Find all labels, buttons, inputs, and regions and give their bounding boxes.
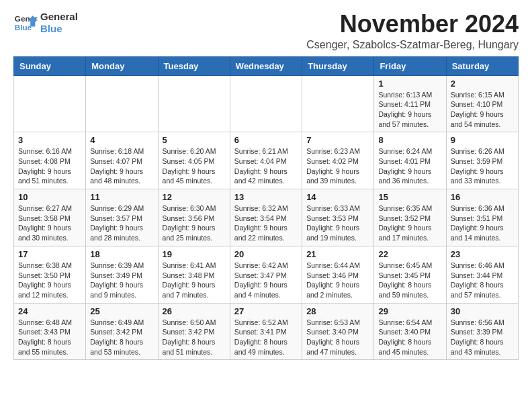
logo-icon: General Blue xyxy=(13,11,38,35)
day-number: 30 xyxy=(451,306,514,316)
day-number: 8 xyxy=(378,135,441,145)
day-number: 4 xyxy=(90,135,153,145)
day-number: 10 xyxy=(18,192,81,202)
header-day-monday: Monday xyxy=(86,56,158,75)
day-info: Sunrise: 6:26 AM Sunset: 3:59 PM Dayligh… xyxy=(451,146,514,186)
calendar-week-3: 10Sunrise: 6:27 AM Sunset: 3:58 PM Dayli… xyxy=(14,189,519,246)
calendar-cell: 10Sunrise: 6:27 AM Sunset: 3:58 PM Dayli… xyxy=(14,189,86,246)
day-number: 12 xyxy=(163,192,226,202)
header-day-saturday: Saturday xyxy=(446,56,518,75)
day-info: Sunrise: 6:56 AM Sunset: 3:39 PM Dayligh… xyxy=(451,318,514,357)
day-info: Sunrise: 6:45 AM Sunset: 3:45 PM Dayligh… xyxy=(378,261,441,300)
day-info: Sunrise: 6:32 AM Sunset: 3:54 PM Dayligh… xyxy=(234,203,298,243)
calendar-week-1: 1Sunrise: 6:13 AM Sunset: 4:11 PM Daylig… xyxy=(14,75,519,132)
title-area: November 2024 Csenger, Szabolcs-Szatmar-… xyxy=(306,11,519,51)
calendar-table: SundayMondayTuesdayWednesdayThursdayFrid… xyxy=(13,56,519,361)
day-number: 14 xyxy=(306,192,369,202)
day-info: Sunrise: 6:38 AM Sunset: 3:50 PM Dayligh… xyxy=(18,261,81,300)
day-info: Sunrise: 6:27 AM Sunset: 3:58 PM Dayligh… xyxy=(18,203,81,243)
calendar-cell: 15Sunrise: 6:35 AM Sunset: 3:52 PM Dayli… xyxy=(374,189,446,246)
day-number: 6 xyxy=(234,135,298,145)
day-number: 27 xyxy=(234,306,298,316)
logo-general: General xyxy=(40,11,78,23)
calendar-cell xyxy=(14,75,86,132)
day-info: Sunrise: 6:33 AM Sunset: 3:53 PM Dayligh… xyxy=(306,203,369,243)
day-number: 11 xyxy=(90,192,153,202)
day-info: Sunrise: 6:16 AM Sunset: 4:08 PM Dayligh… xyxy=(18,146,81,186)
day-number: 7 xyxy=(306,135,369,145)
day-number: 28 xyxy=(306,306,369,316)
calendar-cell xyxy=(302,75,374,132)
day-info: Sunrise: 6:29 AM Sunset: 3:57 PM Dayligh… xyxy=(90,203,153,243)
day-number: 19 xyxy=(163,249,226,259)
calendar-body: 1Sunrise: 6:13 AM Sunset: 4:11 PM Daylig… xyxy=(14,75,519,360)
calendar-cell: 7Sunrise: 6:23 AM Sunset: 4:02 PM Daylig… xyxy=(302,132,374,189)
header-day-tuesday: Tuesday xyxy=(158,56,230,75)
header-day-sunday: Sunday xyxy=(14,56,86,75)
calendar-cell xyxy=(230,75,302,132)
day-info: Sunrise: 6:49 AM Sunset: 3:42 PM Dayligh… xyxy=(90,318,153,357)
calendar-cell: 23Sunrise: 6:46 AM Sunset: 3:44 PM Dayli… xyxy=(446,246,518,303)
logo: General Blue General Blue xyxy=(13,11,78,35)
day-number: 21 xyxy=(306,249,369,259)
calendar-cell: 16Sunrise: 6:36 AM Sunset: 3:51 PM Dayli… xyxy=(446,189,518,246)
day-info: Sunrise: 6:21 AM Sunset: 4:04 PM Dayligh… xyxy=(234,146,298,186)
day-number: 18 xyxy=(90,249,153,259)
calendar-cell: 21Sunrise: 6:44 AM Sunset: 3:46 PM Dayli… xyxy=(302,246,374,303)
header-day-wednesday: Wednesday xyxy=(230,56,302,75)
calendar-cell: 9Sunrise: 6:26 AM Sunset: 3:59 PM Daylig… xyxy=(446,132,518,189)
day-info: Sunrise: 6:15 AM Sunset: 4:10 PM Dayligh… xyxy=(451,90,514,130)
day-number: 15 xyxy=(378,192,441,202)
header-day-friday: Friday xyxy=(374,56,446,75)
day-info: Sunrise: 6:41 AM Sunset: 3:48 PM Dayligh… xyxy=(163,261,226,300)
day-number: 13 xyxy=(234,192,298,202)
day-number: 9 xyxy=(451,135,514,145)
calendar-cell: 27Sunrise: 6:52 AM Sunset: 3:41 PM Dayli… xyxy=(230,303,302,360)
page-header: General Blue General Blue November 2024 … xyxy=(13,11,519,51)
calendar-cell: 5Sunrise: 6:20 AM Sunset: 4:05 PM Daylig… xyxy=(158,132,230,189)
calendar-cell: 18Sunrise: 6:39 AM Sunset: 3:49 PM Dayli… xyxy=(86,246,158,303)
day-info: Sunrise: 6:54 AM Sunset: 3:40 PM Dayligh… xyxy=(378,318,441,357)
day-info: Sunrise: 6:39 AM Sunset: 3:49 PM Dayligh… xyxy=(90,261,153,300)
day-info: Sunrise: 6:20 AM Sunset: 4:05 PM Dayligh… xyxy=(163,146,226,186)
header-day-thursday: Thursday xyxy=(302,56,374,75)
day-info: Sunrise: 6:24 AM Sunset: 4:01 PM Dayligh… xyxy=(378,146,441,186)
day-number: 2 xyxy=(451,79,514,89)
calendar-cell: 13Sunrise: 6:32 AM Sunset: 3:54 PM Dayli… xyxy=(230,189,302,246)
logo-blue: Blue xyxy=(40,23,78,35)
calendar-cell: 26Sunrise: 6:50 AM Sunset: 3:42 PM Dayli… xyxy=(158,303,230,360)
day-info: Sunrise: 6:36 AM Sunset: 3:51 PM Dayligh… xyxy=(451,203,514,243)
calendar-cell: 14Sunrise: 6:33 AM Sunset: 3:53 PM Dayli… xyxy=(302,189,374,246)
day-info: Sunrise: 6:13 AM Sunset: 4:11 PM Dayligh… xyxy=(378,90,441,130)
day-info: Sunrise: 6:50 AM Sunset: 3:42 PM Dayligh… xyxy=(163,318,226,357)
calendar-week-4: 17Sunrise: 6:38 AM Sunset: 3:50 PM Dayli… xyxy=(14,246,519,303)
calendar-cell: 24Sunrise: 6:48 AM Sunset: 3:43 PM Dayli… xyxy=(14,303,86,360)
calendar-cell: 1Sunrise: 6:13 AM Sunset: 4:11 PM Daylig… xyxy=(374,75,446,132)
day-number: 24 xyxy=(18,306,81,316)
day-number: 22 xyxy=(378,249,441,259)
calendar-cell: 4Sunrise: 6:18 AM Sunset: 4:07 PM Daylig… xyxy=(86,132,158,189)
day-info: Sunrise: 6:18 AM Sunset: 4:07 PM Dayligh… xyxy=(90,146,153,186)
calendar-cell: 19Sunrise: 6:41 AM Sunset: 3:48 PM Dayli… xyxy=(158,246,230,303)
page-subtitle: Csenger, Szabolcs-Szatmar-Bereg, Hungary xyxy=(306,39,519,51)
calendar-cell xyxy=(158,75,230,132)
calendar-cell: 2Sunrise: 6:15 AM Sunset: 4:10 PM Daylig… xyxy=(446,75,518,132)
day-number: 3 xyxy=(18,135,81,145)
day-number: 20 xyxy=(234,249,298,259)
calendar-cell: 30Sunrise: 6:56 AM Sunset: 3:39 PM Dayli… xyxy=(446,303,518,360)
calendar-cell xyxy=(86,75,158,132)
day-number: 16 xyxy=(451,192,514,202)
calendar-cell: 20Sunrise: 6:42 AM Sunset: 3:47 PM Dayli… xyxy=(230,246,302,303)
calendar-cell: 11Sunrise: 6:29 AM Sunset: 3:57 PM Dayli… xyxy=(86,189,158,246)
calendar-cell: 8Sunrise: 6:24 AM Sunset: 4:01 PM Daylig… xyxy=(374,132,446,189)
day-number: 26 xyxy=(163,306,226,316)
day-number: 17 xyxy=(18,249,81,259)
calendar-week-5: 24Sunrise: 6:48 AM Sunset: 3:43 PM Dayli… xyxy=(14,303,519,360)
calendar-cell: 25Sunrise: 6:49 AM Sunset: 3:42 PM Dayli… xyxy=(86,303,158,360)
page-title: November 2024 xyxy=(306,11,519,38)
calendar-cell: 28Sunrise: 6:53 AM Sunset: 3:40 PM Dayli… xyxy=(302,303,374,360)
day-info: Sunrise: 6:53 AM Sunset: 3:40 PM Dayligh… xyxy=(306,318,369,357)
calendar-cell: 3Sunrise: 6:16 AM Sunset: 4:08 PM Daylig… xyxy=(14,132,86,189)
day-number: 5 xyxy=(163,135,226,145)
calendar-cell: 12Sunrise: 6:30 AM Sunset: 3:56 PM Dayli… xyxy=(158,189,230,246)
